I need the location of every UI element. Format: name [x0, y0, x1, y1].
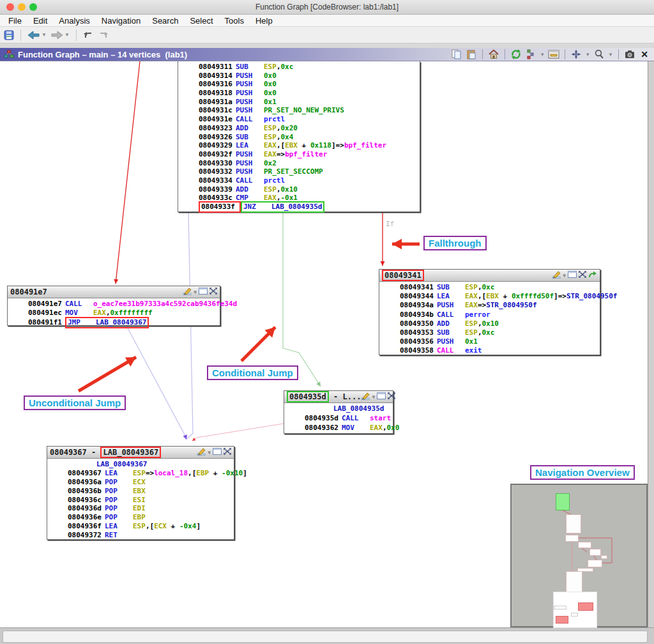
format-vertex-icon[interactable]	[568, 271, 577, 280]
undo-button[interactable]	[83, 31, 94, 40]
code-line[interactable]: 08049362MOVEAX,0x0	[284, 424, 393, 433]
code-line[interactable]: 080491f1JMPLAB_08049367	[8, 318, 220, 327]
code-line[interactable]: 08049329LEAEAX,[EBX + 0x118]=>bpf_filter	[178, 141, 420, 150]
menu-edit[interactable]: Edit	[27, 16, 53, 26]
code-line[interactable]: 08049344LEAEAX,[EBX + 0xffffd50f]=>STR_0…	[379, 292, 600, 301]
edit-label-icon[interactable]	[183, 287, 192, 297]
goto-edge-icon[interactable]	[588, 271, 597, 280]
menu-tools[interactable]: Tools	[219, 16, 250, 26]
code-line[interactable]: 08049330PUSH0x2	[178, 159, 420, 168]
copy-icon[interactable]	[451, 49, 462, 60]
format-vertex-icon[interactable]	[199, 288, 208, 296]
code-line[interactable]: 0804931eCALLprctl	[178, 115, 420, 124]
code-line[interactable]: 080491e7CALLo_eac7ee31b97333a4c592cab943…	[8, 300, 220, 309]
relayout-icon[interactable]	[510, 49, 522, 60]
group-vertices-icon[interactable]	[224, 448, 231, 457]
block-dropdown-caret[interactable]: ▼	[208, 450, 211, 456]
format-vertex-icon[interactable]	[377, 392, 386, 401]
minimap-node[interactable]	[601, 555, 607, 559]
snapshot-icon[interactable]	[624, 49, 635, 60]
code-line[interactable]: 0804934aPUSHEAX=>STR_0804950f	[379, 301, 600, 310]
group-vertices-icon[interactable]	[579, 271, 586, 280]
minimap-node[interactable]	[565, 535, 579, 542]
minimap-node[interactable]	[578, 542, 591, 548]
code-line[interactable]: 0804936cPOPESI	[47, 496, 234, 505]
code-line[interactable]: 0804934bCALLperror	[379, 310, 600, 319]
code-line[interactable]: 08049316PUSH0x0	[178, 80, 420, 89]
code-line[interactable]: 0804936fLEAESP,[ECX + -0x4]	[47, 522, 234, 531]
code-line[interactable]: 0804936bPOPEBX	[47, 487, 234, 496]
code-line[interactable]: 0804933fJNZLAB_0804935d	[178, 203, 420, 211]
minimap-node[interactable]	[554, 606, 567, 610]
layout-options-icon[interactable]	[525, 49, 536, 60]
forward-button[interactable]: ▼	[50, 31, 70, 40]
code-line[interactable]: 08049356PUSH0x1	[379, 337, 600, 346]
back-button[interactable]: ▼	[27, 31, 47, 40]
group-vertices-icon[interactable]	[388, 392, 395, 401]
redo-button[interactable]	[98, 31, 109, 40]
block-dropdown-caret[interactable]: ▼	[563, 273, 566, 279]
minimap-node[interactable]	[588, 560, 602, 567]
menu-file[interactable]: File	[3, 16, 27, 26]
menu-analysis[interactable]: Analysis	[53, 16, 95, 26]
code-line[interactable]: 08049332PUSHPR_SET_SECCOMP	[178, 167, 420, 176]
code-line[interactable]: 0804936dPOPEDI	[47, 504, 234, 513]
code-line[interactable]: 0804936ePOPEBP	[47, 513, 234, 522]
code-line[interactable]: 08049353SUBESP,0xc	[379, 328, 600, 337]
back-dropdown-caret[interactable]: ▼	[42, 32, 47, 38]
code-line[interactable]: 0804932fPUSHEAX=>bpf_filter	[178, 150, 420, 159]
block-header-08049367[interactable]: 08049367 - LAB_08049367▼	[47, 447, 234, 459]
graph-block-08049341[interactable]: 08049341▼08049341SUBESP,0xc08049344LEAEA…	[379, 269, 600, 355]
magnifier-icon[interactable]	[593, 49, 605, 60]
edit-label-icon[interactable]	[361, 392, 370, 402]
group-vertices-icon[interactable]	[209, 288, 217, 296]
edge-format-icon[interactable]	[548, 49, 559, 60]
block-header-080491e7[interactable]: 080491e7▼	[8, 286, 220, 298]
code-line[interactable]: 08049318PUSH0x0	[178, 89, 420, 98]
code-line[interactable]: 08049326SUBESP,0x4	[178, 133, 420, 142]
block-header-08049341[interactable]: 08049341▼	[379, 270, 600, 282]
compass-dropdown-caret[interactable]: ▼	[585, 52, 590, 57]
minimap-node[interactable]	[556, 493, 570, 510]
menu-navigation[interactable]: Navigation	[96, 16, 146, 26]
menu-select[interactable]: Select	[184, 16, 218, 26]
edit-label-icon[interactable]	[197, 447, 206, 457]
code-line[interactable]: 08049341SUBESP,0xc	[379, 283, 600, 292]
menu-search[interactable]: Search	[146, 16, 184, 26]
code-line[interactable]: 08049314PUSH0x0	[178, 72, 420, 80]
navigation-overview-minimap[interactable]	[510, 484, 648, 627]
minimap-node[interactable]	[566, 514, 581, 533]
code-line[interactable]: 0804936aPOPECX	[47, 478, 234, 487]
paste-icon[interactable]	[466, 49, 477, 60]
minimap-node[interactable]	[589, 549, 601, 556]
minimap-node[interactable]	[556, 616, 568, 624]
code-line[interactable]: 08049358CALLexit	[379, 346, 600, 355]
code-line[interactable]: 08049367LEAESP=>local_18,[EBP + -0x10]	[47, 469, 234, 478]
code-line[interactable]: 08049372RET	[47, 531, 234, 540]
block-dropdown-caret[interactable]: ▼	[194, 289, 197, 295]
menu-help[interactable]: Help	[250, 16, 278, 26]
code-line[interactable]: 08049323ADDESP,0x20	[178, 124, 420, 133]
function-graph-header[interactable]: Function Graph – main – 14 vertices (lab…	[0, 48, 654, 61]
format-vertex-icon[interactable]	[213, 448, 222, 457]
block-dropdown-caret[interactable]: ▼	[372, 394, 375, 400]
code-line[interactable]: 08049311SUBESP,0xc	[178, 63, 420, 72]
code-line[interactable]: 0804931cPUSHPR_SET_NO_NEW_PRIVS	[178, 106, 420, 115]
save-button[interactable]	[4, 30, 14, 40]
block-header-0804935d[interactable]: 0804935d - L...▼	[284, 391, 393, 403]
graph-block-08049311[interactable]: 08049311SUBESP,0xc08049314PUSH0x00804931…	[178, 61, 420, 212]
code-line[interactable]: 08049350ADDESP,0x10	[379, 319, 600, 328]
edit-label-icon[interactable]	[552, 270, 561, 280]
close-panel-icon[interactable]: ✕	[639, 49, 650, 60]
code-line[interactable]: 0804935dCALLstart	[284, 414, 393, 424]
layout-dropdown-caret[interactable]: ▼	[540, 52, 545, 57]
code-line[interactable]: 08049334CALLprctl	[178, 176, 420, 185]
graph-block-0804935d[interactable]: 0804935d - L...▼LAB_0804935d0804935dCALL…	[284, 390, 393, 434]
graph-block-08049367[interactable]: 08049367 - LAB_08049367▼LAB_080493670804…	[47, 446, 234, 540]
code-label-line[interactable]: LAB_0804935d	[284, 404, 393, 414]
navigation-compass-icon[interactable]	[570, 49, 582, 60]
code-line[interactable]: 0804931aPUSH0x1	[178, 98, 420, 107]
minimap-node[interactable]	[578, 602, 593, 611]
magnifier-dropdown-caret[interactable]: ▼	[608, 52, 613, 57]
code-label-line[interactable]: LAB_08049367	[47, 460, 234, 469]
